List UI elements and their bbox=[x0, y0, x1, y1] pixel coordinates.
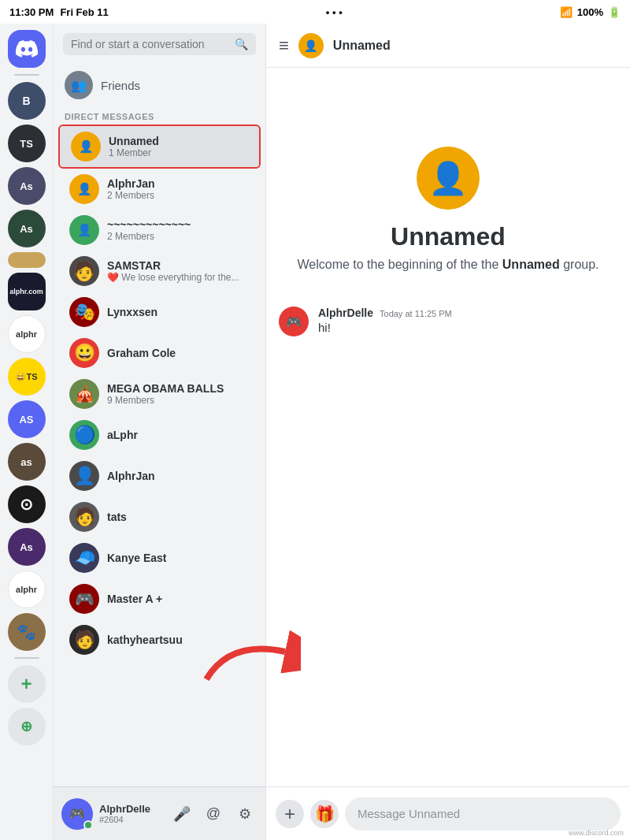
dm-name-alphrjan: AlphrJan bbox=[107, 177, 250, 190]
chat-welcome: 👤 Unnamed Welcome to the beginning of th… bbox=[297, 147, 598, 272]
user-avatar: 🎮 bbox=[61, 798, 93, 830]
sidebar-item-pill[interactable] bbox=[8, 252, 46, 268]
dm-list: 👤 Unnamed 1 Member 👤 AlphrJan 2 Members bbox=[54, 125, 265, 786]
status-bar: 11:30 PM Fri Feb 11 • • • 📶 100% 🔋 bbox=[0, 0, 630, 24]
dm-info-lynxxsen: Lynxxsen bbox=[107, 306, 250, 318]
mention-button[interactable]: @ bbox=[201, 801, 226, 827]
dm-sub-wavy: 2 Members bbox=[107, 231, 250, 242]
dm-info-samstar: SAMSTAR ❤️ We lose everything for the... bbox=[107, 259, 250, 283]
dm-info-wavy: ~~~~~~~~~~~~~ 2 Members bbox=[107, 218, 250, 242]
sidebar-item-explore[interactable]: ⊕ bbox=[8, 708, 46, 745]
welcome-title: Unnamed bbox=[391, 222, 506, 251]
hamburger-icon[interactable]: ≡ bbox=[279, 35, 289, 56]
dm-info-unnamed: Unnamed 1 Member bbox=[109, 135, 248, 158]
status-dot bbox=[83, 820, 93, 830]
dm-avatar-tats: 🧑 bbox=[69, 502, 99, 532]
sidebar-item-camera[interactable]: ⊙ bbox=[8, 485, 46, 523]
message-meta: AlphrDelle Today at 11:25 PM bbox=[318, 307, 617, 319]
dm-sidebar: 🔍 👥 Friends DIRECT MESSAGES 👤 Unnamed 1 … bbox=[54, 24, 266, 840]
dm-sub-alphrjan: 2 Members bbox=[107, 190, 250, 201]
user-bar-icons: 🎤 @ ⚙ bbox=[169, 801, 258, 827]
dm-item-grahamcole[interactable]: 😀 Graham Cole bbox=[58, 333, 261, 374]
ellipsis: • • • bbox=[326, 6, 343, 18]
sidebar-item-emoji-ts[interactable]: 😄TS bbox=[8, 358, 46, 396]
plus-button[interactable]: + bbox=[276, 800, 304, 828]
sidebar-item-as4[interactable]: as bbox=[8, 443, 46, 481]
dm-avatar-mastera: 🎮 bbox=[69, 584, 99, 614]
sidebar-item-alphr[interactable]: alphr bbox=[8, 315, 46, 353]
dm-item-mastera[interactable]: 🎮 Master A + bbox=[58, 578, 261, 619]
server-divider bbox=[14, 74, 39, 76]
dm-item-alphrjan2[interactable]: 👤 AlphrJan bbox=[58, 455, 261, 496]
mention-icon: @ bbox=[206, 805, 220, 822]
sidebar-item-add[interactable]: + bbox=[8, 665, 46, 703]
dm-avatar-grahamcole: 😀 bbox=[69, 338, 99, 368]
user-voice-icon: 🎤 bbox=[173, 805, 191, 823]
dm-info-alphrjan: AlphrJan 2 Members bbox=[107, 177, 250, 201]
dm-name-alphrjan2: AlphrJan bbox=[107, 470, 250, 482]
chat-header: ≡ 👤 Unnamed bbox=[266, 24, 630, 68]
search-input[interactable] bbox=[71, 38, 230, 50]
watermark: www.discord.com bbox=[569, 829, 624, 837]
dm-avatar-alphrjan2: 👤 bbox=[69, 461, 99, 491]
dm-avatar-megaobama: 🎪 bbox=[69, 379, 99, 409]
gift-button[interactable]: 🎁 bbox=[310, 800, 339, 828]
welcome-avatar: 👤 bbox=[417, 147, 480, 210]
sidebar-item-avatar[interactable]: 🐾 bbox=[8, 613, 46, 651]
chat-header-name: Unnamed bbox=[333, 39, 391, 53]
dm-avatar-lynxxsen: 🎭 bbox=[69, 297, 99, 327]
dm-item-samstar[interactable]: 🧑 SAMSTAR ❤️ We lose everything for the.… bbox=[58, 251, 261, 292]
search-icon: 🔍 bbox=[235, 38, 248, 50]
message-text: hi! bbox=[318, 321, 617, 334]
user-voice-button[interactable]: 🎤 bbox=[169, 801, 195, 827]
sidebar-item-as5[interactable]: As bbox=[8, 528, 46, 566]
dm-name-unnamed: Unnamed bbox=[109, 135, 248, 147]
user-tag: #2604 bbox=[99, 815, 163, 824]
dm-info-kanyeeast: Kanye East bbox=[107, 552, 250, 564]
sidebar-item-b[interactable]: B bbox=[8, 82, 46, 120]
dm-name-kathyheartsuu: kathyheartsuu bbox=[107, 634, 250, 646]
dm-sub-megaobama: 9 Members bbox=[107, 395, 250, 406]
sidebar-item-ts[interactable]: TS bbox=[8, 125, 46, 162]
sidebar-item-as1[interactable]: As bbox=[8, 167, 46, 205]
dm-item-wavy[interactable]: 👤 ~~~~~~~~~~~~~ 2 Members bbox=[58, 210, 261, 251]
dm-item-alphrjan[interactable]: 👤 AlphrJan 2 Members bbox=[58, 169, 261, 210]
dm-item-lynxxsen[interactable]: 🎭 Lynxxsen bbox=[58, 292, 261, 333]
dm-name-alphr2: aLphr bbox=[107, 429, 250, 441]
plus-icon: + bbox=[284, 803, 295, 825]
chat-area: ≡ 👤 Unnamed 👤 Unnamed Welcome to the beg… bbox=[266, 24, 630, 840]
dm-item-megaobama[interactable]: 🎪 MEGA OBAMA BALLS 9 Members bbox=[58, 374, 261, 414]
dm-info-alphr2: aLphr bbox=[107, 429, 250, 441]
settings-button[interactable]: ⚙ bbox=[232, 801, 258, 827]
message-content: AlphrDelle Today at 11:25 PM hi! bbox=[318, 307, 617, 334]
time: 11:30 PM bbox=[9, 6, 54, 18]
chat-input[interactable] bbox=[345, 797, 621, 831]
dm-name-grahamcole: Graham Cole bbox=[107, 347, 250, 359]
sidebar-item-as2[interactable]: As bbox=[8, 210, 46, 247]
dm-item-unnamed[interactable]: 👤 Unnamed 1 Member bbox=[58, 125, 261, 169]
sidebar-item-as3[interactable]: AS bbox=[8, 400, 46, 438]
dm-item-kathyheartsuu[interactable]: 🧑 kathyheartsuu bbox=[58, 619, 261, 660]
dm-avatar-samstar: 🧑 bbox=[69, 256, 99, 286]
friends-avatar: 👥 bbox=[65, 71, 93, 99]
search-bar[interactable]: 🔍 bbox=[63, 33, 256, 55]
friends-label: Friends bbox=[101, 79, 140, 92]
sidebar-item-alphr2[interactable]: alphr bbox=[8, 571, 46, 608]
dm-avatar-wavy: 👤 bbox=[69, 215, 99, 245]
dm-item-tats[interactable]: 🧑 tats bbox=[58, 496, 261, 537]
dm-name-mastera: Master A + bbox=[107, 593, 250, 605]
friends-item[interactable]: 👥 Friends bbox=[54, 65, 265, 106]
dm-item-alphr2[interactable]: 🔵 aLphr bbox=[58, 414, 261, 455]
message-row: 🎮 AlphrDelle Today at 11:25 PM hi! bbox=[279, 307, 617, 336]
battery-icon: 🔋 bbox=[608, 6, 621, 18]
dm-info-grahamcole: Graham Cole bbox=[107, 347, 250, 359]
gift-icon: 🎁 bbox=[315, 805, 335, 823]
dm-avatar-kanyeeast: 🧢 bbox=[69, 543, 99, 573]
sidebar-item-discord-dm[interactable] bbox=[8, 30, 46, 68]
dm-item-kanyeeast[interactable]: 🧢 Kanye East bbox=[58, 537, 261, 578]
message-time: Today at 11:25 PM bbox=[380, 309, 452, 318]
dm-name-megaobama: MEGA OBAMA BALLS bbox=[107, 382, 250, 395]
user-name: AlphrDelle bbox=[99, 803, 163, 815]
sidebar-item-alphrcom[interactable]: alphr.com bbox=[8, 273, 46, 310]
message-area: 🎮 AlphrDelle Today at 11:25 PM hi! bbox=[279, 307, 617, 336]
